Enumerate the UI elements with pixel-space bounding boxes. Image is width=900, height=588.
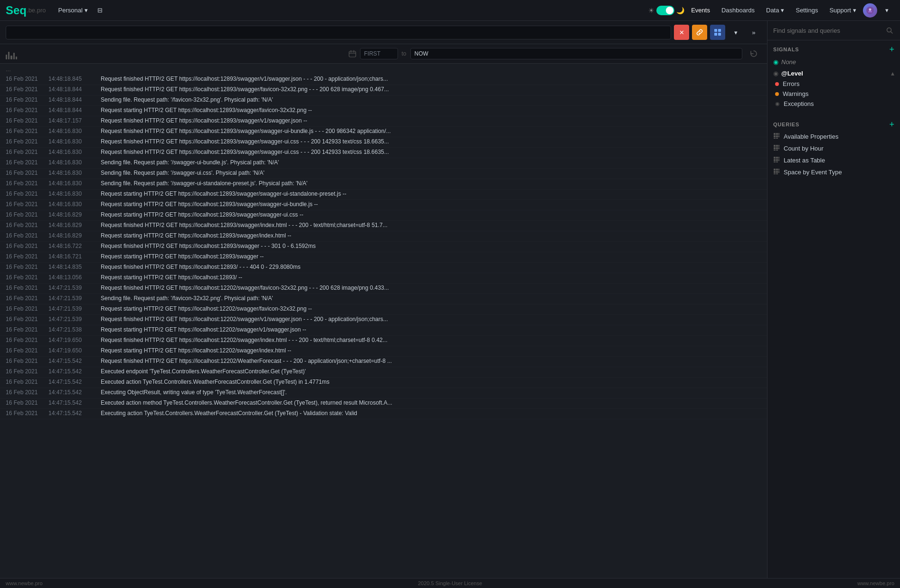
log-row[interactable]: 16 Feb 202114:47:15.542Executing ObjectR… [0,388,767,398]
log-message: Request finished HTTP/2 GET https://loca… [101,149,389,155]
log-row[interactable]: 16 Feb 202114:47:21.539Request finished … [0,284,767,294]
search-input[interactable] [6,26,671,39]
status-website-right: www.newbe.pro [857,580,894,586]
query-item-space-by-event-type[interactable]: Space by Event Type [767,166,900,178]
query-item-latest-as-table[interactable]: Latest as Table [767,154,900,166]
log-time: 14:47:15.542 [48,358,101,364]
log-row[interactable]: 16 Feb 202114:48:16.722Request finished … [0,242,767,252]
signal-level-label: @Level [781,70,803,77]
query-grid-icon [773,133,780,141]
log-row[interactable]: 16 Feb 202114:47:15.542Executing action … [0,409,767,419]
log-row[interactable]: 16 Feb 202114:48:18.844Sending file. Req… [0,95,767,106]
query-item-available-properties[interactable]: Available Properties [767,131,900,142]
time-to-input[interactable]: NOW [410,48,743,59]
data-nav[interactable]: Data [761,5,789,16]
log-row[interactable]: 16 Feb 202114:47:15.542Request finished … [0,357,767,367]
query-label-latest-as-table: Latest as Table [784,157,825,164]
bookmark-button[interactable]: ⊟ [93,3,108,18]
events-nav[interactable]: Events [686,5,715,16]
log-row[interactable]: 16 Feb 202114:47:19.650Request finished … [0,336,767,346]
log-date: 16 Feb 2021 [6,149,48,155]
support-nav[interactable]: Support [824,5,861,16]
chevron-up-icon [891,69,894,77]
dashboards-nav[interactable]: Dashboards [717,5,759,16]
more-options-button[interactable]: » [746,25,761,40]
log-row[interactable]: 16 Feb 202114:47:21.539Request starting … [0,304,767,315]
logo-domain: .be.pro [27,7,46,14]
log-row[interactable]: 16 Feb 202114:47:21.539Request finished … [0,315,767,325]
log-row[interactable]: 16 Feb 202114:48:13.056Request starting … [0,273,767,284]
signal-errors[interactable]: Errors [775,79,900,89]
signal-item-none[interactable]: ◉ None [767,57,900,67]
search-icon[interactable] [885,26,894,35]
log-message: Executed action method TyeTest.Controlle… [101,399,392,406]
grid-view-button[interactable] [710,25,725,40]
log-date: 16 Feb 2021 [6,368,48,375]
log-row[interactable]: 16 Feb 202114:47:21.538Request starting … [0,325,767,336]
log-row[interactable]: 16 Feb 202114:48:16.830Request finished … [0,127,767,137]
svg-point-1 [869,8,872,10]
log-row[interactable]: 16 Feb 202114:48:16.829Request starting … [0,231,767,242]
log-message: Request starting HTTP/2 GET https://loca… [101,211,303,218]
log-row[interactable]: 16 Feb 202114:48:16.830Sending file. Req… [0,158,767,169]
queries-section-header: QUERIES + [767,115,900,131]
logo[interactable]: Seq.be.pro [6,4,46,17]
log-row[interactable]: 16 Feb 202114:48:16.829Request finished … [0,221,767,231]
signals-list: ◉ None ◉ @Level Errors [767,56,900,110]
log-date: 16 Feb 2021 [6,410,48,417]
add-query-button[interactable]: + [889,120,894,129]
chain-link-button[interactable] [692,25,707,40]
chevron-down-button[interactable] [728,25,743,40]
main-layout: ✕ » [0,21,900,578]
log-row[interactable]: 16 Feb 202114:47:21.539Sending file. Req… [0,294,767,304]
log-date: 16 Feb 2021 [6,399,48,406]
svg-rect-39 [776,173,778,174]
avatar[interactable] [863,3,877,18]
theme-toggle[interactable] [656,6,674,15]
log-time: 14:48:18.844 [48,96,101,103]
log-row[interactable]: 16 Feb 202114:48:16.830Request finished … [0,137,767,148]
reset-time-button[interactable] [746,46,761,61]
settings-nav[interactable]: Settings [791,5,823,16]
svg-rect-12 [776,135,778,137]
signal-search-input[interactable] [773,27,882,34]
svg-rect-37 [778,171,779,173]
log-message: Request finished HTTP/2 GET https://loca… [101,222,388,228]
bar-chart-icon[interactable] [6,48,17,59]
signal-exceptions[interactable]: ◉ Exceptions [775,99,900,109]
log-row[interactable]: 16 Feb 202114:47:15.542Executed action m… [0,398,767,409]
svg-rect-22 [774,150,776,151]
time-from-input[interactable]: FIRST [360,48,398,59]
log-row[interactable]: 16 Feb 202114:48:16.721Request starting … [0,252,767,263]
log-row[interactable]: 16 Feb 202114:47:15.542Executed action T… [0,378,767,388]
log-row[interactable]: 16 Feb 202114:48:16.830Sending file. Req… [0,169,767,179]
sun-icon: ☀ [648,7,654,14]
log-row[interactable]: 16 Feb 202114:48:16.829Request starting … [0,210,767,221]
svg-rect-15 [776,138,778,139]
warnings-dot [775,92,779,96]
log-row[interactable]: 16 Feb 202114:48:18.845Request finished … [0,75,767,85]
log-time: 14:47:21.539 [48,285,101,291]
signal-warnings[interactable]: Warnings [775,89,900,99]
log-row[interactable]: 16 Feb 202114:48:14.835Request finished … [0,263,767,273]
log-row[interactable]: 16 Feb 202114:47:19.650Request starting … [0,346,767,357]
log-row[interactable]: 16 Feb 202114:48:17.157Request finished … [0,116,767,127]
status-bar: www.newbe.pro 2020.5 Single-User License… [0,578,900,588]
signal-item-level[interactable]: ◉ @Level [767,67,900,79]
log-row[interactable]: 16 Feb 202114:48:18.844Request finished … [0,85,767,95]
log-date: 16 Feb 2021 [6,76,48,82]
collapse-level-button[interactable] [891,69,894,77]
svg-rect-31 [776,161,778,162]
query-item-count-by-hour[interactable]: Count by Hour [767,142,900,154]
log-row[interactable]: 16 Feb 202114:48:16.830Request starting … [0,200,767,210]
user-menu-chevron[interactable] [879,3,894,18]
log-row[interactable]: 16 Feb 202114:48:16.830Request starting … [0,190,767,200]
log-row[interactable]: 16 Feb 202114:48:18.844Request starting … [0,106,767,116]
personal-menu[interactable]: Personal [54,5,93,16]
logo-seq: Seq [6,4,27,17]
add-signal-button[interactable]: + [889,45,894,54]
log-row[interactable]: 16 Feb 202114:48:16.830Sending file. Req… [0,179,767,190]
log-row[interactable]: 16 Feb 202114:47:15.542Executed endpoint… [0,367,767,378]
clear-button[interactable]: ✕ [674,25,689,40]
log-row[interactable]: 16 Feb 202114:48:16.830Request finished … [0,148,767,158]
